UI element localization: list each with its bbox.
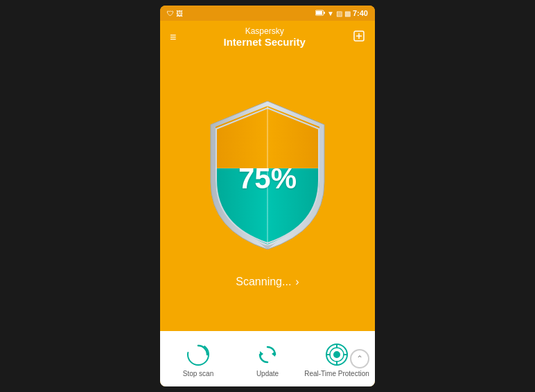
shield-percentage: 75% — [238, 161, 297, 195]
header-title: Kaspersky Internet Security — [176, 26, 353, 48]
shield-status-icon: 🛡 — [167, 10, 174, 17]
chevron-up-button[interactable]: ⌃ — [350, 349, 369, 368]
status-time: 7:40 — [353, 9, 368, 17]
app-header: ≡ Kaspersky Internet Security — [160, 21, 375, 52]
status-right-icons: ▼ ▨ ▩ 7:40 — [315, 9, 368, 17]
scanning-text: Scanning... — [236, 276, 291, 288]
stop-scan-icon — [186, 342, 211, 367]
rtp-label: Real-Time Protection — [304, 370, 369, 377]
phone-frame: 🛡 🖼 ▼ ▨ ▩ 7:40 ≡ Kaspersky Internet Secu… — [160, 6, 375, 386]
signal-icon: ▨ — [336, 10, 342, 17]
svg-marker-11 — [272, 351, 275, 357]
brand-name: Kaspersky — [176, 26, 353, 36]
scanning-row[interactable]: Scanning... › — [236, 276, 299, 288]
battery-icon — [315, 10, 325, 17]
status-left-icons: 🛡 🖼 — [167, 10, 183, 17]
stop-scan-label: Stop scan — [183, 370, 213, 377]
svg-point-15 — [333, 351, 340, 358]
scanning-arrow: › — [295, 276, 299, 288]
update-icon — [255, 342, 280, 367]
wifi-icon: ▼ — [327, 10, 334, 17]
report-icon[interactable] — [353, 30, 365, 45]
svg-rect-2 — [324, 12, 325, 14]
update-label: Update — [256, 370, 279, 377]
signal2-icon: ▩ — [344, 10, 351, 17]
status-bar: 🛡 🖼 ▼ ▨ ▩ 7:40 — [160, 6, 375, 21]
rtp-icon — [324, 342, 349, 367]
chevron-up-icon: ⌃ — [356, 354, 363, 364]
svg-point-10 — [188, 344, 209, 365]
svg-marker-12 — [260, 351, 263, 357]
svg-rect-1 — [316, 11, 322, 15]
bottom-bar: Stop scan Update — [160, 331, 375, 386]
stop-scan-button[interactable]: Stop scan — [164, 342, 233, 377]
update-button[interactable]: Update — [233, 342, 302, 377]
menu-icon[interactable]: ≡ — [170, 31, 176, 44]
shield-container: 75% — [198, 96, 337, 255]
main-content: 75% Scanning... › — [160, 52, 375, 331]
image-status-icon: 🖼 — [176, 10, 183, 17]
product-name: Internet Security — [176, 36, 353, 48]
